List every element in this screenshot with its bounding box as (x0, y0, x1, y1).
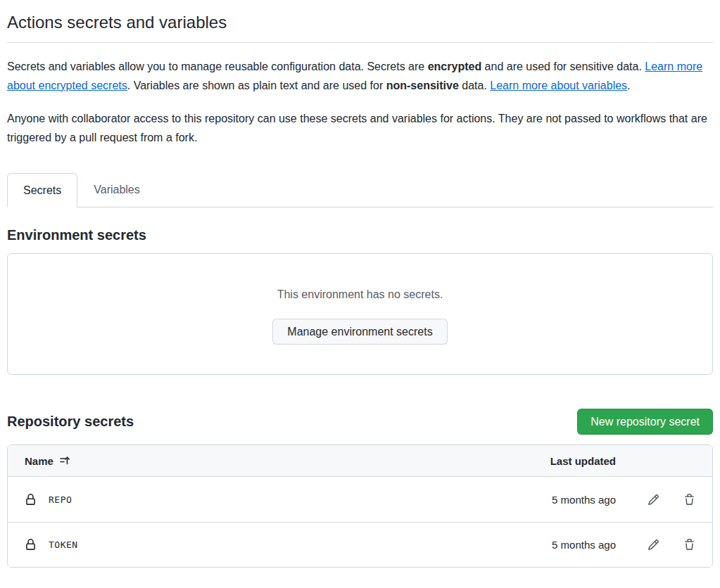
settings-page: Actions secrets and variables Secrets an… (0, 0, 720, 568)
new-repository-secret-button[interactable]: New repository secret (577, 409, 713, 435)
secret-name-cell: TOKEN (25, 539, 538, 551)
edit-secret-button[interactable] (648, 539, 659, 551)
emphasis-text: non-sensitive (386, 79, 459, 91)
edit-secret-button[interactable] (648, 494, 659, 506)
secret-name: REPO (49, 494, 72, 505)
environment-secrets-empty-box: This environment has no secrets. Manage … (7, 253, 713, 375)
lock-icon (25, 539, 37, 551)
column-header-name[interactable]: Name (25, 455, 538, 467)
intro-paragraph-2: Anyone with collaborator access to this … (7, 109, 713, 147)
pencil-icon (648, 494, 659, 506)
secrets-variables-tabnav: Secrets Variables (7, 172, 713, 207)
environment-empty-message: This environment has no secrets. (8, 288, 712, 302)
pencil-icon (648, 539, 659, 551)
repository-secrets-header: Repository secrets New repository secret (7, 409, 713, 435)
column-header-name-label: Name (25, 455, 53, 467)
emphasis-text: encrypted (428, 60, 481, 72)
repository-secrets-heading: Repository secrets (7, 414, 134, 430)
secret-last-updated: 5 months ago (538, 494, 616, 506)
secret-row: TOKEN 5 months ago (8, 522, 712, 567)
delete-secret-button[interactable] (683, 539, 695, 551)
secret-last-updated: 5 months ago (538, 539, 616, 551)
delete-secret-button[interactable] (683, 494, 695, 506)
trash-icon (683, 539, 695, 551)
trash-icon (683, 494, 695, 506)
column-header-last-updated: Last updated (538, 455, 616, 467)
tab-secrets[interactable]: Secrets (7, 173, 77, 207)
secret-actions-cell (616, 494, 695, 506)
learn-more-link[interactable]: Learn more about variables (490, 79, 627, 91)
secret-name-cell: REPO (25, 494, 538, 506)
table-body: REPO 5 months ago (8, 477, 712, 567)
lock-icon (25, 494, 37, 506)
sort-ascending-icon (59, 455, 70, 466)
table-header-row: Name Last updated (8, 445, 712, 477)
secret-row: REPO 5 months ago (8, 477, 712, 522)
repository-secrets-table: Name Last updated (7, 445, 713, 568)
secret-actions-cell (616, 539, 695, 551)
manage-environment-secrets-button[interactable]: Manage environment secrets (272, 319, 447, 345)
secret-name: TOKEN (49, 539, 78, 550)
environment-secrets-heading: Environment secrets (7, 227, 713, 243)
intro-paragraph-1: Secrets and variables allow you to manag… (7, 57, 713, 95)
intro-section: Secrets and variables allow you to manag… (7, 57, 713, 147)
tab-variables[interactable]: Variables (77, 172, 156, 207)
page-title: Actions secrets and variables (7, 0, 713, 43)
